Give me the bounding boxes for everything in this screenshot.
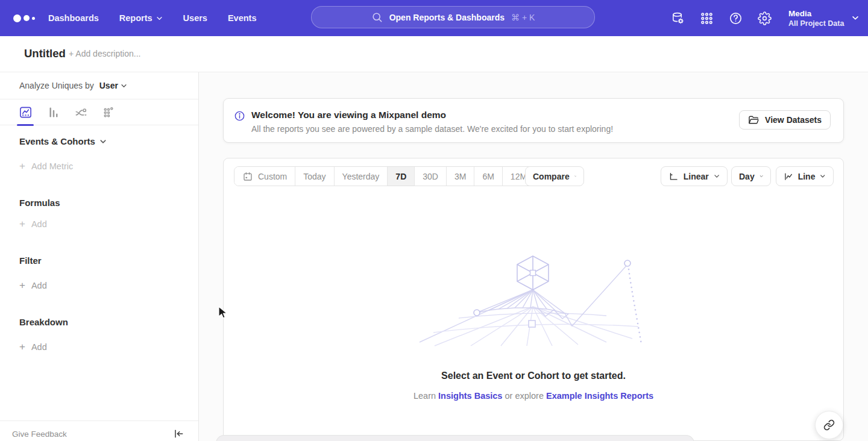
- compare-dropdown[interactable]: Compare: [525, 166, 584, 186]
- chevron-down-icon: [121, 83, 127, 89]
- chevron-down-icon: [714, 173, 720, 180]
- range-custom[interactable]: Custom: [234, 167, 295, 186]
- formulas-section-label: Formulas: [19, 198, 60, 208]
- project-name: Media: [788, 8, 844, 19]
- welcome-banner: Welcome! You are viewing a Mixpanel demo…: [223, 98, 844, 143]
- collapse-sidebar-icon: [172, 428, 184, 440]
- chart-type-tabs: [0, 99, 198, 125]
- analyze-value-dropdown[interactable]: User: [99, 81, 127, 90]
- insights-report-card: Custom Today Yesterday 7D 30D 3M 6M 12M …: [223, 158, 844, 441]
- logo-dot-medium: [24, 15, 30, 21]
- apps-grid-icon[interactable]: [699, 11, 714, 25]
- date-range-control: Custom Today Yesterday 7D 30D 3M 6M 12M: [234, 166, 535, 186]
- scale-dropdown[interactable]: Linear: [661, 166, 728, 186]
- range-7d-selected[interactable]: 7D: [387, 167, 414, 186]
- axis-scale-icon: [668, 171, 679, 182]
- chevron-down-icon: [156, 15, 163, 22]
- learn-prefix: Learn: [414, 391, 436, 401]
- bar-chart-tab-icon: [46, 105, 60, 119]
- tab-flow-chart[interactable]: [74, 105, 88, 119]
- calendar-icon: [242, 171, 253, 182]
- query-builder-sidebar: Analyze Uniques by User Events & Cohorts: [0, 72, 199, 441]
- empty-state-links: Learn Insights Basics or explore Example…: [224, 391, 843, 401]
- filter-section-label: Filter: [19, 255, 42, 266]
- data-management-icon[interactable]: [670, 11, 685, 25]
- report-header-bar: Untitled + Add description... Save: [0, 36, 868, 72]
- breakdown-section-label: Breakdown: [19, 317, 68, 327]
- nav-reports[interactable]: Reports: [119, 13, 163, 23]
- report-title[interactable]: Untitled: [24, 47, 66, 60]
- view-datasets-button[interactable]: View Datasets: [739, 110, 831, 130]
- banner-title: Welcome! You are viewing a Mixpanel demo: [251, 110, 446, 120]
- analyze-uniques-row: Analyze Uniques by User: [0, 72, 198, 99]
- folder-icon: [748, 114, 760, 126]
- nav-dashboards[interactable]: Dashboards: [48, 13, 99, 23]
- empty-state-illustration: [417, 254, 652, 347]
- gear-icon[interactable]: [757, 11, 772, 25]
- tab-bar-chart[interactable]: [46, 105, 60, 119]
- tab-scatter-chart[interactable]: [101, 105, 116, 119]
- range-30d[interactable]: 30D: [414, 167, 446, 186]
- tab-line-chart[interactable]: [18, 105, 33, 119]
- sidebar-footer-divider: [0, 421, 198, 421]
- chevron-down-icon: [574, 173, 576, 180]
- empty-state-title: Select an Event or Cohort to get started…: [224, 371, 843, 381]
- scatter-chart-tab-icon: [102, 105, 116, 119]
- chart-type-dropdown[interactable]: Line: [776, 166, 834, 186]
- floating-link-button[interactable]: [815, 411, 843, 439]
- project-switcher[interactable]: Media All Project Data: [788, 0, 860, 36]
- chevron-down-icon: [851, 14, 860, 22]
- range-6m[interactable]: 6M: [474, 167, 502, 186]
- plus-icon: +: [19, 343, 25, 351]
- banner-subtitle: All the reports you see are powered by a…: [251, 124, 613, 134]
- mixpanel-logo[interactable]: [13, 0, 35, 36]
- plus-icon: +: [19, 281, 25, 290]
- plus-icon: +: [19, 220, 25, 228]
- report-description-placeholder[interactable]: + Add description...: [69, 49, 140, 58]
- plus-icon: +: [19, 162, 25, 170]
- range-today[interactable]: Today: [295, 167, 333, 186]
- add-filter-button[interactable]: + Add: [19, 281, 47, 290]
- add-formula-button[interactable]: + Add: [19, 219, 47, 229]
- line-chart-tab-icon: [19, 105, 33, 119]
- add-metric-button[interactable]: + Add Metric: [19, 161, 73, 171]
- bottom-panel-edge[interactable]: [216, 435, 694, 441]
- help-icon[interactable]: [728, 11, 743, 25]
- project-scope: All Project Data: [788, 19, 844, 28]
- granularity-dropdown[interactable]: Day: [731, 166, 771, 186]
- chevron-down-icon: [760, 173, 763, 180]
- logo-dot-small: [32, 17, 35, 20]
- search-placeholder: Open Reports & Dashboards: [389, 13, 505, 22]
- add-breakdown-button[interactable]: + Add: [19, 342, 47, 352]
- logo-dot-large: [13, 14, 21, 22]
- line-chart-icon: [784, 171, 793, 182]
- search-icon: [371, 11, 383, 23]
- chevron-down-icon: [820, 173, 826, 180]
- search-shortcut: ⌘ + K: [511, 13, 535, 22]
- top-nav-actions: [670, 0, 772, 36]
- link-icon: [823, 419, 835, 431]
- top-nav-bar: Dashboards Reports Users Events Open Rep…: [0, 0, 868, 36]
- range-yesterday[interactable]: Yesterday: [334, 167, 388, 186]
- chevron-down-icon: [99, 138, 107, 145]
- events-cohorts-section[interactable]: Events & Cohorts: [19, 136, 107, 146]
- primary-nav: Dashboards Reports Users Events: [48, 0, 256, 36]
- global-search[interactable]: Open Reports & Dashboards ⌘ + K: [311, 6, 595, 28]
- insights-basics-link[interactable]: Insights Basics: [438, 391, 502, 401]
- nav-users[interactable]: Users: [183, 13, 207, 23]
- range-3m[interactable]: 3M: [446, 167, 474, 186]
- analyze-label: Analyze Uniques by: [19, 81, 94, 90]
- example-insights-reports-link[interactable]: Example Insights Reports: [546, 391, 653, 401]
- collapse-sidebar-button[interactable]: [172, 428, 184, 440]
- give-feedback-link[interactable]: Give Feedback: [12, 430, 67, 439]
- mixpanel-insights-screen: Dashboards Reports Users Events Open Rep…: [0, 0, 868, 441]
- nav-events[interactable]: Events: [228, 13, 257, 23]
- info-icon: [234, 110, 245, 122]
- main-content: Welcome! You are viewing a Mixpanel demo…: [199, 72, 868, 441]
- flow-chart-tab-icon: [74, 105, 88, 119]
- middle-text: or explore: [505, 391, 543, 401]
